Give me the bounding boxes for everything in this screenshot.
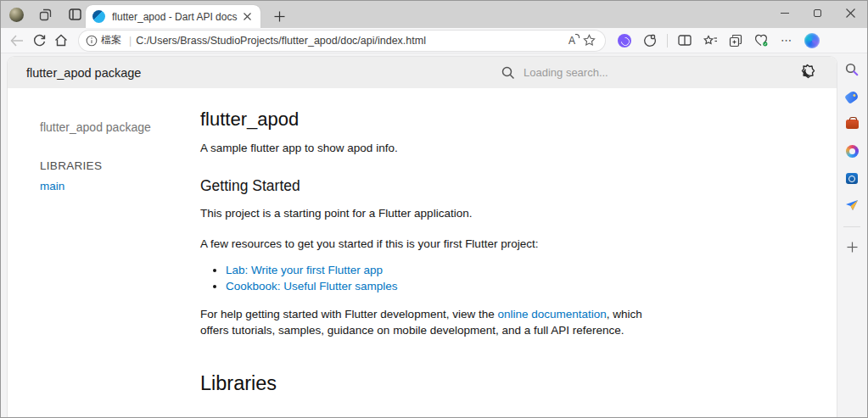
doc-sidebar: flutter_apod package LIBRARIES main — [8, 88, 200, 417]
maximize-button[interactable] — [801, 1, 834, 25]
outlook-icon[interactable] — [844, 170, 860, 186]
theme-toggle-icon[interactable] — [798, 64, 816, 81]
collections-icon[interactable] — [725, 31, 747, 51]
paragraph-text: For help getting started with Flutter de… — [200, 308, 497, 320]
favorite-star-icon[interactable] — [580, 31, 598, 51]
pinned-extension-icon[interactable] — [613, 31, 636, 51]
copilot-icon[interactable] — [804, 33, 820, 48]
page-title: flutter_apod — [200, 109, 658, 131]
sidebar-section-libraries: LIBRARIES — [40, 159, 200, 172]
navigation-toolbar: 檔案 | C:/Users/Brass/StudioProjects/flutt… — [1, 28, 867, 53]
resource-list: Lab: Write your first Flutter app Cookbo… — [200, 262, 658, 294]
read-aloud-icon[interactable]: A — [568, 35, 580, 47]
paragraph: For help getting started with Flutter de… — [200, 306, 658, 338]
new-tab-button[interactable] — [271, 8, 288, 25]
doc-header: flutter_apod package — [8, 57, 837, 88]
address-bar[interactable]: 檔案 | C:/Users/Brass/StudioProjects/flutt… — [79, 31, 605, 51]
microsoft365-icon[interactable] — [844, 143, 860, 159]
sidebar-customize-icon[interactable] — [844, 239, 860, 254]
list-item: Lab: Write your first Flutter app — [226, 262, 658, 278]
tools-icon[interactable] — [844, 116, 860, 131]
doc-search[interactable] — [501, 57, 719, 88]
address-url[interactable]: C:/Users/Brass/StudioProjects/flutter_ap… — [136, 35, 568, 47]
getting-started-heading: Getting Started — [200, 177, 658, 195]
extensions-icon[interactable] — [639, 31, 661, 51]
file-scheme-label: 檔案 — [101, 33, 121, 47]
tab-strip: flutter_apod - Dart API docs — [1, 1, 867, 28]
back-icon[interactable] — [6, 31, 28, 51]
tab-actions-icon[interactable] — [67, 7, 82, 22]
browser-essentials-icon[interactable] — [750, 31, 772, 51]
sidebar-link-main[interactable]: main — [40, 180, 64, 192]
drop-paper-plane-icon[interactable] — [844, 198, 860, 213]
paragraph: This project is a starting point for a F… — [200, 205, 658, 221]
link-first-flutter-app[interactable]: Lab: Write your first Flutter app — [226, 264, 383, 276]
split-screen-icon[interactable] — [674, 31, 696, 51]
browser-tab[interactable]: flutter_apod - Dart API docs — [86, 5, 260, 28]
doc-main-content: flutter_apod A sample flutter app to sho… — [200, 88, 658, 417]
doc-header-title: flutter_apod package — [26, 66, 141, 80]
tab-title: flutter_apod - Dart API docs — [112, 11, 240, 23]
dart-favicon-icon — [92, 10, 105, 23]
profile-avatar[interactable] — [9, 8, 24, 22]
edge-sidebar — [837, 53, 867, 417]
link-cookbook-samples[interactable]: Cookbook: Useful Flutter samples — [226, 280, 398, 293]
favorites-hub-icon[interactable] — [699, 31, 721, 51]
link-online-documentation[interactable]: online documentation — [497, 308, 606, 320]
shopping-icon[interactable] — [844, 89, 860, 104]
window-controls — [768, 1, 867, 28]
browser-frame: flutter_apod package flutter_apod p — [1, 53, 867, 417]
address-separator: | — [129, 35, 132, 47]
doc-body: flutter_apod package LIBRARIES main flut… — [8, 88, 837, 417]
settings-more-icon[interactable]: ⋯ — [776, 31, 798, 51]
close-button[interactable] — [834, 1, 867, 25]
sidebar-search-icon[interactable] — [844, 62, 860, 77]
tab-close-icon[interactable] — [240, 10, 254, 24]
web-viewport: flutter_apod package flutter_apod p — [8, 57, 837, 417]
libraries-heading: Libraries — [200, 372, 658, 395]
list-item: Cookbook: Useful Flutter samples — [226, 278, 658, 294]
minimize-button[interactable] — [768, 1, 801, 25]
page-info-icon[interactable] — [86, 35, 98, 47]
workspaces-icon[interactable] — [37, 7, 53, 22]
sidebar-divider — [843, 226, 860, 227]
package-description: A sample flutter app to show apod info. — [200, 140, 658, 156]
search-input[interactable] — [524, 66, 719, 79]
sidebar-package-label: flutter_apod package — [40, 120, 200, 134]
search-icon — [501, 66, 515, 80]
toolbar-divider — [667, 34, 668, 47]
browser-window: flutter_apod - Dart API docs — [0, 0, 868, 418]
paragraph: A few resources to get you started if th… — [200, 236, 658, 252]
refresh-icon[interactable] — [28, 31, 50, 51]
home-icon[interactable] — [50, 31, 72, 51]
toolbar-right-icons: ⋯ — [613, 31, 820, 51]
